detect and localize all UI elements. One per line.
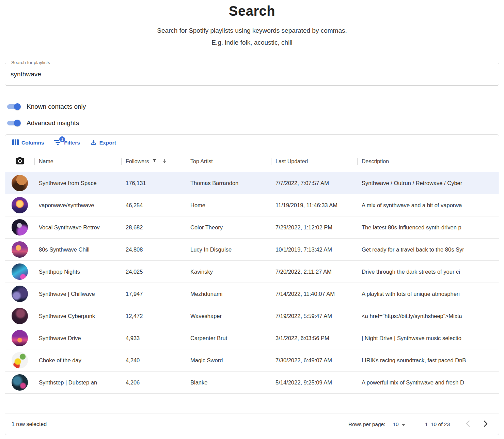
selection-status-text: 1 row selected xyxy=(12,421,47,427)
cell-description: | Night Drive | Synthwave music selectio xyxy=(357,327,499,349)
columns-button-label: Columns xyxy=(21,140,44,146)
cell-description: Drive through the dark streets of your c… xyxy=(357,261,499,283)
filters-button[interactable]: 1 Filters xyxy=(52,138,82,148)
cell-top-artist: Home xyxy=(186,194,271,216)
table-row[interactable]: Synthwave from Space 176,131 Thomas Barr… xyxy=(5,172,499,194)
cell-top-artist: Carpenter Brut xyxy=(186,327,271,349)
cell-last-updated: 11/19/2019, 11:46:33 AM xyxy=(271,194,357,216)
cell-followers: 17,947 xyxy=(121,283,186,305)
cell-last-updated: 3/1/2022, 6:03:56 PM xyxy=(271,327,357,349)
playlist-cover-image xyxy=(12,175,28,191)
search-input[interactable] xyxy=(5,63,499,85)
cell-top-artist: Mezhdunami xyxy=(186,283,271,305)
cell-last-updated: 7/30/2022, 6:49:07 AM xyxy=(271,349,357,371)
cell-last-updated: 7/19/2022, 5:59:47 AM xyxy=(271,305,357,327)
photo-column-header[interactable] xyxy=(5,151,34,172)
cell-description: A playlist with lots of unique atmospher… xyxy=(357,283,499,305)
rows-per-page-select[interactable]: 10 xyxy=(393,421,405,427)
cell-last-updated: 7/7/2022, 7:07:57 AM xyxy=(271,172,357,194)
export-button[interactable]: Export xyxy=(88,138,118,148)
filter-funnel-icon[interactable] xyxy=(152,158,157,165)
table-row[interactable]: Synthwave Cyberpunk 12,472 Waveshaper 7/… xyxy=(5,305,499,327)
followers-column-header[interactable]: Followers xyxy=(121,151,186,172)
page-subtitle-line2: E.g. indie folk, acoustic, chill xyxy=(0,39,504,46)
table-row[interactable]: Synthwave | Chillwave 17,947 Mezhdunami … xyxy=(5,283,499,305)
cell-name: 80s Synthwave Chill xyxy=(34,239,121,260)
cell-last-updated: 7/20/2022, 2:11:27 AM xyxy=(271,261,357,283)
cell-followers: 4,206 xyxy=(121,372,186,393)
table-row[interactable]: Synthstep | Dubstep an 4,206 Blanke 5/14… xyxy=(5,372,499,394)
cell-top-artist: Waveshaper xyxy=(186,305,271,327)
followers-column-label: Followers xyxy=(126,158,149,165)
cell-name: Synthwave Drive xyxy=(34,327,121,349)
cell-name: vaporwave/synthwave xyxy=(34,194,121,216)
cell-followers: 176,131 xyxy=(121,172,186,194)
cell-description: The latest 80s-influenced synth-driven p xyxy=(357,216,499,238)
cell-name: Synthwave from Space xyxy=(34,172,121,194)
cell-name: Choke of the day xyxy=(34,349,121,371)
toggle-group: Known contacts only Advanced insights xyxy=(3,100,504,130)
cell-description: Get ready for a travel back to the 80s S… xyxy=(357,239,499,260)
cell-followers: 24,808 xyxy=(121,239,186,260)
description-column-label: Description xyxy=(362,158,389,165)
table-row[interactable]: vaporwave/synthwave 46,254 Home 11/19/20… xyxy=(5,194,499,216)
playlist-cover-image xyxy=(12,241,28,258)
cell-description: Synthwave / Outrun / Retrowave / Cyber xyxy=(357,172,499,194)
cell-followers: 4,240 xyxy=(121,349,186,371)
playlist-cover-image xyxy=(12,352,28,368)
advanced-insights-toggle-row: Advanced insights xyxy=(3,116,504,130)
name-column-header[interactable]: Name xyxy=(34,151,121,172)
playlists-data-grid: Columns 1 Filters Export xyxy=(5,134,499,435)
search-field-label: Search for playlists xyxy=(9,60,52,65)
last-updated-column-label: Last Updated xyxy=(275,158,308,165)
export-button-label: Export xyxy=(99,140,116,146)
cell-top-artist: Magic Sword xyxy=(186,349,271,371)
advanced-insights-toggle-label: Advanced insights xyxy=(27,119,79,127)
cell-description: A mix of synthwave and a bit of vaporwa xyxy=(357,194,499,216)
description-column-header[interactable]: Description xyxy=(357,151,499,172)
cell-name: Synthwave | Chillwave xyxy=(34,283,121,305)
next-page-button[interactable] xyxy=(482,418,490,430)
cell-name: Synthwave Cyberpunk xyxy=(34,305,121,327)
grid-footer: 1 row selected Rows per page: 10 1–10 of… xyxy=(5,413,499,435)
cell-last-updated: 10/1/2019, 7:13:42 AM xyxy=(271,239,357,260)
chevron-left-icon xyxy=(466,420,470,428)
columns-button[interactable]: Columns xyxy=(10,138,46,148)
table-row[interactable]: 80s Synthwave Chill 24,808 Lucy In Disgu… xyxy=(5,239,499,261)
pagination-range-text: 1–10 of 23 xyxy=(425,421,450,427)
filters-button-label: Filters xyxy=(64,140,80,146)
table-row[interactable]: Synthwave Drive 4,933 Carpenter Brut 3/1… xyxy=(5,327,499,349)
table-row[interactable]: Choke of the day 4,240 Magic Sword 7/30/… xyxy=(5,349,499,372)
advanced-insights-toggle[interactable] xyxy=(3,117,23,130)
search-field: Search for playlists xyxy=(5,63,499,86)
sort-desc-arrow-icon[interactable] xyxy=(161,158,168,165)
playlist-cover-image xyxy=(12,219,28,236)
playlist-cover-image xyxy=(12,197,28,213)
toggle-thumb xyxy=(14,120,21,126)
known-contacts-toggle[interactable] xyxy=(3,100,23,113)
table-row[interactable]: Vocal Synthwave Retrov 28,682 Color Theo… xyxy=(5,216,499,239)
previous-page-button[interactable] xyxy=(463,418,472,430)
playlist-cover-image xyxy=(12,330,28,346)
cell-followers: 46,254 xyxy=(121,194,186,216)
page-subtitle-line1: Search for Spotify playlists using keywo… xyxy=(0,27,504,34)
cell-name: Vocal Synthwave Retrov xyxy=(34,216,121,238)
cell-description: LIRIKs racing soundtrack, fast paced DnB xyxy=(357,349,499,371)
playlist-cover-image xyxy=(12,374,28,391)
camera-icon xyxy=(15,157,25,166)
playlist-cover-image xyxy=(12,286,28,302)
page-title: Search xyxy=(0,3,504,19)
cell-last-updated: 7/14/2022, 11:40:07 AM xyxy=(271,283,357,305)
rows-per-page-label: Rows per page: xyxy=(348,421,385,427)
cell-top-artist: Kavinsky xyxy=(186,261,271,283)
rows-per-page-value: 10 xyxy=(393,421,398,427)
playlist-cover-image xyxy=(12,308,28,324)
cell-top-artist: Blanke xyxy=(186,372,271,393)
top-artist-column-header[interactable]: Top Artist xyxy=(186,151,271,172)
cell-top-artist: Lucy In Disguise xyxy=(186,239,271,260)
dropdown-arrow-icon xyxy=(401,421,405,427)
last-updated-column-header[interactable]: Last Updated xyxy=(271,151,357,172)
cell-top-artist: Color Theory xyxy=(186,216,271,238)
table-row[interactable]: Synthpop Nights 24,025 Kavinsky 7/20/202… xyxy=(5,261,499,283)
cell-followers: 12,472 xyxy=(121,305,186,327)
